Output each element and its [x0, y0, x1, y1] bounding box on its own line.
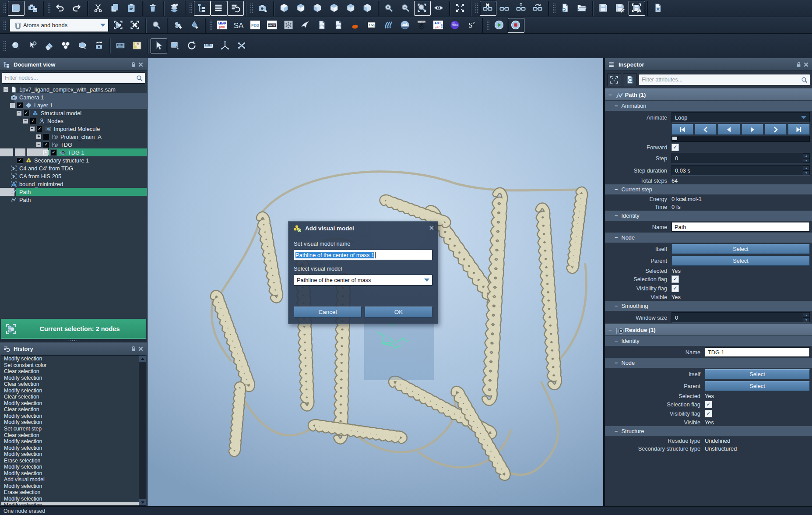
spin-up-button[interactable]: ▲ — [803, 153, 810, 158]
tree-item-ca-from-his-205[interactable]: CA from HIS 205 — [0, 172, 147, 180]
measure-tool[interactable] — [200, 39, 217, 53]
expander-plus[interactable]: + — [36, 134, 41, 139]
path-name-input[interactable]: Path — [671, 222, 810, 232]
visual-model-dropdown[interactable]: Pathline of the center of mass — [294, 275, 432, 286]
paste-button[interactable] — [123, 1, 140, 16]
spin-up-button[interactable]: ▲ — [803, 166, 810, 170]
play-button[interactable] — [491, 18, 508, 33]
twist-camera-tool[interactable] — [91, 39, 108, 53]
history-item[interactable]: Modify selection — [1, 388, 146, 394]
expander-minus[interactable]: − — [4, 87, 8, 92]
history-scrollbar[interactable] — [139, 355, 146, 506]
log-app[interactable]: Log — [364, 18, 380, 33]
skip-end-button[interactable] — [788, 124, 810, 135]
tree-item-path[interactable]: Path — [0, 188, 147, 196]
residue-parent-select-button[interactable]: Select — [705, 381, 810, 391]
subsection-smoothing[interactable]: −Smoothing — [605, 301, 812, 311]
save-button[interactable] — [595, 1, 612, 16]
ink-app[interactable] — [347, 18, 364, 33]
history-item[interactable]: Modify selection — [1, 502, 146, 506]
element-box-app[interactable]: ELEMENT — [414, 18, 430, 33]
uuid-app[interactable]: UUID — [314, 18, 330, 33]
rect-select-tool[interactable] — [167, 39, 184, 53]
path-itself-select-button[interactable]: Select — [671, 244, 810, 254]
tree-item-tdg-1[interactable]: +✓RTDG 1 — [0, 148, 147, 156]
lasso-tool[interactable] — [74, 39, 91, 53]
toolbar-grip[interactable] — [552, 3, 556, 14]
mountain-app[interactable] — [397, 18, 414, 33]
visibility-checkbox[interactable]: ✓ — [43, 141, 49, 148]
expander-minus[interactable]: − — [23, 119, 28, 123]
history-item[interactable]: Modify selection — [1, 464, 146, 470]
step-forward-button[interactable] — [742, 124, 763, 135]
collapse-icon[interactable]: − — [615, 338, 618, 344]
lock-icon[interactable] — [795, 61, 802, 68]
save-as-button[interactable] — [612, 1, 629, 16]
scroll-down-button[interactable] — [139, 499, 146, 505]
expander-minus[interactable]: − — [36, 142, 41, 147]
toolbar-grip[interactable] — [475, 3, 478, 14]
open-document-button[interactable] — [574, 1, 591, 16]
visibility-checkbox[interactable]: ✓ — [36, 126, 43, 132]
filter-attributes-input[interactable] — [641, 76, 801, 83]
node-selector-button[interactable] — [607, 73, 621, 86]
close-panel-icon[interactable] — [137, 61, 144, 68]
forward-checkbox[interactable]: ✓ — [671, 144, 679, 151]
collapse-icon[interactable]: − — [608, 92, 612, 98]
redo-button[interactable] — [69, 1, 85, 16]
tree-item-protein-chain-a[interactable]: +CProtein_chain_A — [0, 133, 147, 141]
tree-item-nodes[interactable]: −✓Nodes — [0, 117, 147, 125]
angle-tool[interactable] — [217, 39, 234, 53]
lock-icon[interactable] — [130, 345, 137, 353]
history-item[interactable]: Modify selection — [1, 438, 146, 445]
history-item[interactable]: Modify selection — [1, 470, 146, 477]
fullscreen-button[interactable] — [452, 1, 469, 16]
collapse-icon[interactable]: − — [615, 303, 618, 309]
history-item[interactable]: Set constant color — [1, 362, 146, 369]
visibility-checkbox[interactable]: ✓ — [30, 118, 36, 124]
history-item[interactable]: Add visual model — [1, 476, 146, 483]
skip-start-button[interactable] — [671, 124, 693, 135]
collapse-icon[interactable]: − — [615, 360, 618, 366]
zoom-out-button[interactable] — [397, 1, 414, 16]
history-item[interactable]: Clear selection — [1, 368, 146, 375]
network-app[interactable] — [281, 18, 297, 33]
subsection-animation[interactable]: −Animation — [605, 101, 812, 111]
editor-dropdown[interactable]: Atoms and bonds — [10, 19, 109, 32]
edit-tool[interactable] — [25, 39, 41, 53]
add-atom-tool[interactable] — [8, 39, 25, 53]
visibility-checkbox[interactable] — [43, 134, 49, 140]
save-all-button[interactable] — [629, 1, 645, 16]
history-item[interactable]: Modify selection — [1, 356, 146, 362]
animate-select[interactable]: Loop — [671, 112, 810, 123]
collapse-icon[interactable]: − — [615, 212, 618, 219]
tree-item-secondary-structure-1[interactable]: ✓Secondary structure 1 — [0, 156, 147, 164]
cancel-button[interactable]: Cancel — [294, 307, 362, 317]
deselect-all-button[interactable] — [127, 18, 144, 33]
scroll-up-button[interactable] — [139, 356, 146, 362]
current-selection-banner[interactable]: Current selection: 2 nodes — [1, 319, 146, 339]
close-panel-icon[interactable] — [137, 345, 144, 353]
view-back-button[interactable] — [293, 1, 309, 16]
expander-minus[interactable]: − — [17, 111, 21, 116]
history-item[interactable]: Set current step — [1, 426, 146, 432]
history-item[interactable]: Clear selection — [1, 406, 146, 413]
seek-forward-button[interactable] — [765, 124, 787, 135]
drop-target-icon[interactable]: + — [43, 150, 49, 155]
view-front-button[interactable] — [276, 1, 293, 16]
subsection-node[interactable]: −Node — [605, 233, 812, 243]
screenshot-button[interactable] — [25, 1, 41, 16]
erase-tool[interactable] — [41, 39, 58, 53]
ok-button[interactable]: OK — [365, 307, 432, 317]
select-connected-button[interactable] — [110, 18, 127, 33]
periodic-table-tool[interactable]: H — [129, 39, 146, 53]
stereo-on-button[interactable] — [496, 1, 513, 16]
add-group-button[interactable] — [186, 18, 203, 33]
add-camera-button[interactable] — [255, 1, 271, 16]
zoom-selection-tool[interactable] — [148, 18, 165, 33]
spin-down-button[interactable]: ▼ — [803, 158, 810, 163]
subsection-node[interactable]: −Node — [605, 358, 812, 368]
delete-button[interactable] — [145, 1, 162, 16]
collapse-icon[interactable]: − — [615, 102, 618, 109]
look-at-button[interactable] — [431, 1, 447, 16]
